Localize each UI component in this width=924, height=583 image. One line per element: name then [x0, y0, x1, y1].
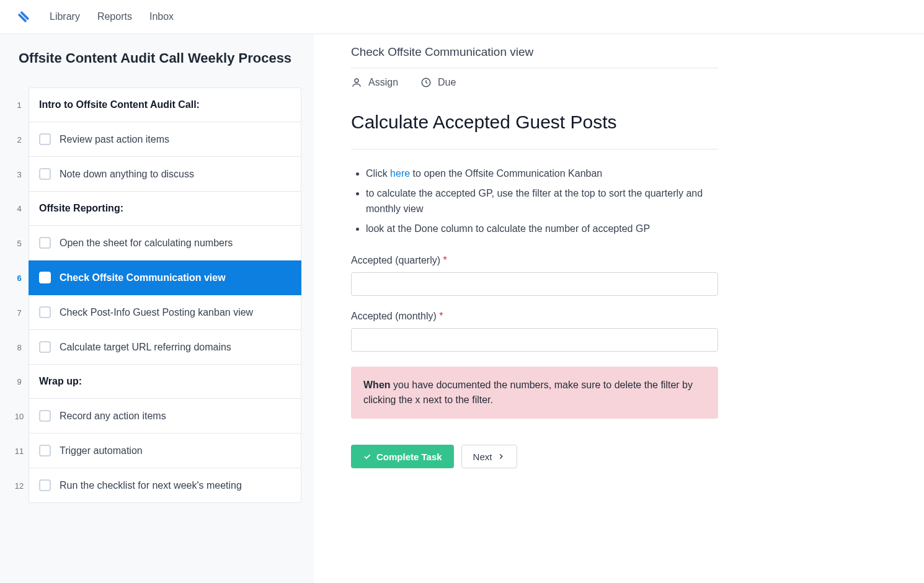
main-nav: Library Reports Inbox — [50, 11, 174, 22]
step-row: 8Calculate target URL referring domains — [10, 330, 301, 365]
step-row: 7Check Post-Info Guest Posting kanban vi… — [10, 295, 301, 330]
step-checkbox[interactable] — [39, 445, 51, 456]
step-number: 5 — [10, 226, 29, 260]
step-label: Check Post-Info Guest Posting kanban vie… — [60, 307, 253, 318]
section-title: Calculate Accepted Guest Posts — [351, 112, 718, 149]
instruction-item: to calculate the accepted GP, use the fi… — [366, 185, 718, 217]
step-row: 11Trigger automation — [10, 434, 301, 468]
accepted-quarterly-input[interactable] — [351, 272, 718, 296]
field-accepted-quarterly: Accepted (quarterly) * — [351, 255, 718, 296]
field-accepted-monthly: Accepted (monthly) * — [351, 311, 718, 352]
step-label: Run the checklist for next week's meetin… — [60, 480, 242, 491]
step-label: Review past action items — [60, 134, 169, 145]
due-button[interactable]: Due — [420, 77, 456, 88]
nav-reports[interactable]: Reports — [97, 11, 132, 22]
step-checkbox[interactable] — [39, 306, 51, 318]
step-item[interactable]: Trigger automation — [29, 434, 301, 468]
complete-label: Complete Task — [376, 452, 442, 462]
app-header: Library Reports Inbox — [0, 0, 924, 34]
step-number: 10 — [10, 399, 29, 434]
step-item[interactable]: Record any action items — [29, 399, 301, 434]
step-label: Record any action items — [60, 411, 166, 422]
step-checkbox[interactable] — [39, 272, 51, 283]
task-actions: Complete Task Next — [351, 445, 718, 468]
due-label: Due — [438, 77, 456, 88]
user-icon — [351, 77, 362, 88]
step-label: Trigger automation — [60, 445, 143, 456]
step-label: Note down anything to discuss — [60, 169, 194, 180]
step-label: Intro to Offsite Content Audit Call: — [39, 99, 200, 110]
step-checkbox[interactable] — [39, 341, 51, 353]
step-number: 1 — [10, 87, 29, 122]
assign-button[interactable]: Assign — [351, 77, 398, 88]
step-item[interactable]: Open the sheet for calculating numbers — [29, 226, 301, 260]
instructions-list: Click here to open the Offsite Communica… — [351, 166, 718, 236]
kanban-link[interactable]: here — [390, 168, 410, 179]
nav-library[interactable]: Library — [50, 11, 80, 22]
step-number: 12 — [10, 468, 29, 503]
instruction-item: Click here to open the Offsite Communica… — [366, 166, 718, 182]
accepted-monthly-input[interactable] — [351, 328, 718, 352]
task-detail: Check Offsite Communication view Assign … — [314, 34, 924, 583]
process-title: Offsite Content Audit Call Weekly Proces… — [19, 50, 301, 66]
step-row: 3Note down anything to discuss — [10, 157, 301, 192]
step-item[interactable]: Check Post-Info Guest Posting kanban vie… — [29, 295, 301, 330]
step-row: 1Intro to Offsite Content Audit Call: — [10, 87, 301, 122]
step-number: 8 — [10, 330, 29, 365]
step-number: 9 — [10, 365, 29, 399]
step-label: Check Offsite Communication view — [60, 272, 226, 283]
step-label: Wrap up: — [39, 376, 82, 387]
clock-icon — [420, 77, 432, 88]
step-number: 2 — [10, 122, 29, 157]
step-item[interactable]: Check Offsite Communication view — [29, 260, 301, 295]
assign-label: Assign — [368, 77, 398, 88]
step-heading: Offsite Reporting: — [29, 192, 301, 226]
step-row: 6Check Offsite Communication view — [10, 260, 301, 295]
step-number: 6 — [10, 260, 29, 295]
app-logo[interactable] — [15, 8, 32, 25]
complete-task-button[interactable]: Complete Task — [351, 445, 454, 468]
step-item[interactable]: Note down anything to discuss — [29, 157, 301, 192]
next-button[interactable]: Next — [461, 445, 518, 468]
svg-point-2 — [355, 79, 358, 82]
field-label: Accepted (monthly) * — [351, 311, 718, 322]
step-label: Offsite Reporting: — [39, 203, 123, 214]
step-number: 3 — [10, 157, 29, 192]
step-item[interactable]: Review past action items — [29, 122, 301, 157]
step-checkbox[interactable] — [39, 133, 51, 145]
step-heading: Wrap up: — [29, 365, 301, 399]
chevron-right-icon — [497, 452, 505, 461]
task-breadcrumb: Check Offsite Communication view — [351, 45, 718, 68]
step-checkbox[interactable] — [39, 479, 51, 491]
check-icon — [363, 452, 371, 461]
nav-inbox[interactable]: Inbox — [149, 11, 174, 22]
step-heading: Intro to Offsite Content Audit Call: — [29, 87, 301, 122]
step-list: 1Intro to Offsite Content Audit Call:2Re… — [10, 87, 301, 503]
step-item[interactable]: Calculate target URL referring domains — [29, 330, 301, 365]
step-row: 10Record any action items — [10, 399, 301, 434]
step-item[interactable]: Run the checklist for next week's meetin… — [29, 468, 301, 503]
step-number: 11 — [10, 434, 29, 468]
step-row: 12Run the checklist for next week's meet… — [10, 468, 301, 503]
step-row: 9Wrap up: — [10, 365, 301, 399]
warning-callout: When you have documented the numbers, ma… — [351, 367, 718, 419]
next-label: Next — [473, 452, 492, 462]
step-number: 4 — [10, 192, 29, 226]
step-checkbox[interactable] — [39, 168, 51, 180]
step-row: 4Offsite Reporting: — [10, 192, 301, 226]
step-checkbox[interactable] — [39, 237, 51, 249]
step-row: 2Review past action items — [10, 122, 301, 157]
step-checkbox[interactable] — [39, 410, 51, 422]
instruction-item: look at the Done column to calculate the… — [366, 221, 718, 237]
task-meta-row: Assign Due — [351, 77, 718, 88]
field-label: Accepted (quarterly) * — [351, 255, 718, 266]
step-number: 7 — [10, 295, 29, 330]
step-row: 5Open the sheet for calculating numbers — [10, 226, 301, 260]
step-label: Calculate target URL referring domains — [60, 342, 231, 353]
checklist-sidebar: Offsite Content Audit Call Weekly Proces… — [0, 34, 314, 583]
step-label: Open the sheet for calculating numbers — [60, 238, 233, 249]
logo-icon — [15, 8, 32, 25]
